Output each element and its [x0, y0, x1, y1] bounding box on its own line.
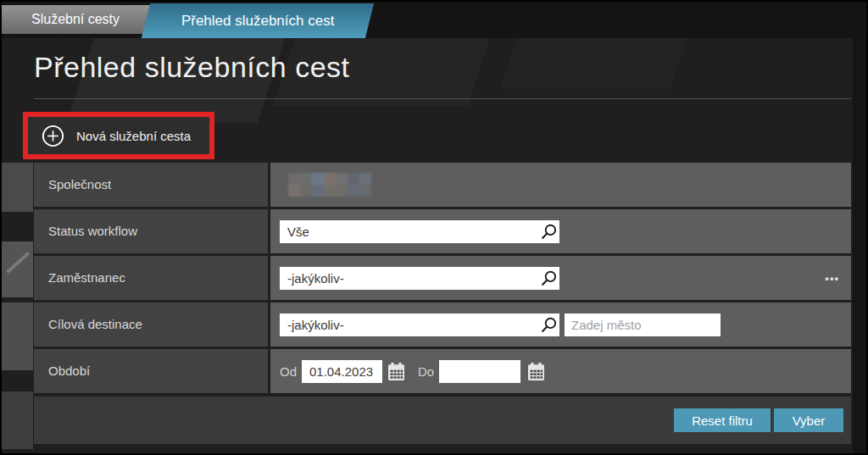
search-icon [539, 223, 558, 241]
period-value-cell: Od Do [270, 349, 851, 393]
calendar-icon[interactable] [388, 363, 404, 380]
employee-more-button[interactable]: ••• [825, 273, 839, 284]
city-input[interactable] [565, 314, 721, 336]
filter-row-company: Společnost [34, 163, 851, 207]
censored-company-value [288, 173, 371, 197]
destination-combobox-value: -jakýkoliv- [280, 318, 539, 332]
period-controls: Od Do [270, 349, 851, 393]
tab-bar: Služební cesty Přehled služebních cest [0, 0, 868, 38]
filter-footer: Reset filtru Vyber [34, 397, 851, 444]
date-to-input[interactable] [439, 360, 520, 383]
title-divider [34, 98, 851, 99]
reset-filter-button[interactable]: Reset filtru [674, 408, 771, 432]
calendar-icon[interactable] [528, 363, 544, 380]
period-label: Období [34, 349, 268, 393]
page-title: Přehled služebních cest [34, 51, 349, 84]
app-window: Služební cesty Přehled služebních cest P… [0, 0, 868, 455]
search-icon [539, 316, 558, 335]
company-label: Společnost [34, 163, 268, 207]
status-value-cell: Vše [270, 209, 851, 253]
filter-row-employee: Zaměstnanec -jakýkoliv- ••• [34, 256, 851, 300]
new-trip-button-label: Nová služební cesta [76, 129, 191, 143]
employee-value-cell: -jakýkoliv- ••• [270, 256, 851, 300]
status-label: Status workflow [34, 209, 268, 253]
employee-combobox[interactable]: -jakýkoliv- [280, 267, 559, 290]
date-to-label: Do [418, 364, 434, 379]
filter-row-destination: Cílová destinace -jakýkoliv- [34, 302, 851, 347]
search-icon [539, 269, 558, 288]
date-from-input[interactable] [302, 360, 382, 383]
filter-table: Společnost Status workflow Vše Zaměstnan… [34, 163, 851, 396]
status-combobox[interactable]: Vše [280, 220, 559, 243]
destination-label: Cílová destinace [34, 302, 268, 347]
tab-label: Přehled služebních cest [181, 13, 335, 30]
employee-label: Zaměstnanec [34, 256, 268, 300]
employee-combobox-value: -jakýkoliv- [280, 271, 539, 286]
new-trip-button[interactable]: Nová služební cesta [23, 112, 214, 159]
date-from-label: Od [280, 364, 297, 379]
tab-sluzebni-cesty[interactable]: Služební cesty [0, 5, 153, 34]
destination-value-cell: -jakýkoliv- [270, 302, 851, 347]
destination-combobox[interactable]: -jakýkoliv- [280, 314, 559, 336]
filter-row-status: Status workflow Vše [34, 209, 851, 253]
select-button[interactable]: Vyber [774, 408, 843, 432]
bg-shape [853, 38, 866, 453]
tab-prehled-sluzebnich-cest[interactable]: Přehled služebních cest [142, 3, 374, 38]
status-combobox-value: Vše [280, 225, 539, 239]
company-value-cell [270, 163, 851, 207]
plus-circle-icon [42, 125, 64, 147]
tab-label: Služební cesty [19, 12, 120, 27]
filter-row-period: Období Od Do [34, 349, 851, 393]
